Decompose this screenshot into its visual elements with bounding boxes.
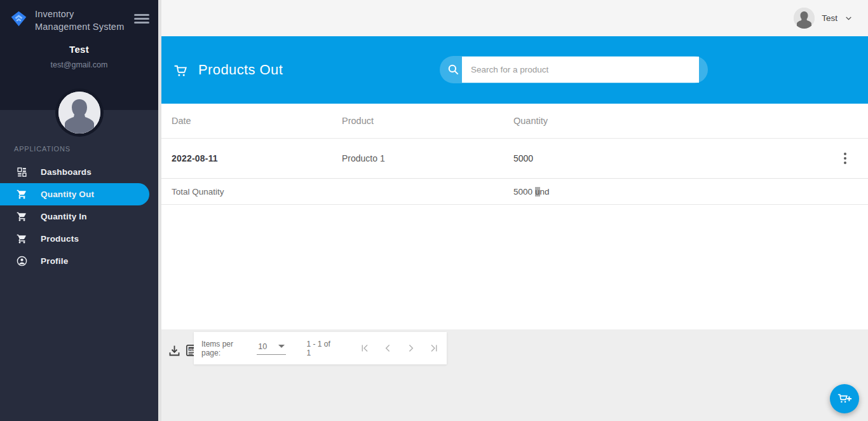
- items-per-page-label: Items per page:: [201, 340, 248, 357]
- sidebar-item-dashboards[interactable]: Dashboards: [0, 161, 149, 183]
- next-page-button[interactable]: [405, 343, 416, 354]
- add-product-out-fab[interactable]: [830, 384, 859, 413]
- cell-date: 2022-08-11: [172, 153, 342, 163]
- items-per-page-select[interactable]: 10: [257, 342, 286, 355]
- sidebar-avatar: [58, 92, 100, 134]
- cart-icon: [17, 189, 27, 200]
- table-row: 2022-08-11 Producto 1 5000: [161, 139, 868, 179]
- products-out-table: Date Product Quantity 2022-08-11 Product…: [161, 104, 868, 329]
- search-input[interactable]: [462, 57, 699, 83]
- app-logo-icon: [10, 10, 27, 27]
- last-page-button[interactable]: [428, 343, 439, 354]
- hamburger-menu-icon[interactable]: [134, 14, 149, 24]
- table-footer-area: PDF Items per page: 10 1 - 1 of 1: [161, 329, 868, 421]
- profile-icon: [17, 256, 27, 266]
- sidebar-item-quantity-in[interactable]: Quantity In: [0, 205, 149, 228]
- sidebar-header: Inventory Management System Test test@gm…: [0, 0, 158, 110]
- sidebar-item-quantity-out[interactable]: Quantity Out: [0, 183, 149, 205]
- column-header-quantity: Quantity: [513, 116, 822, 126]
- sidebar-section-label: APPLICATIONS: [14, 145, 158, 153]
- app-title: Inventory Management System: [35, 8, 130, 33]
- paginator: Items per page: 10 1 - 1 of 1: [194, 332, 447, 364]
- total-value: 5000und: [513, 187, 822, 197]
- sidebar-user-name: Test: [0, 44, 158, 55]
- table-total-row: Total Qunatity 5000und: [161, 179, 868, 205]
- column-header-product: Product: [342, 116, 513, 126]
- sidebar-item-profile[interactable]: Profile: [0, 250, 149, 272]
- main-content: Test Products Out Date Product Quantity: [161, 0, 868, 421]
- download-excel-button[interactable]: [168, 344, 181, 357]
- sidebar-item-products[interactable]: Products: [0, 228, 149, 250]
- page-range-label: 1 - 1 of 1: [306, 340, 333, 357]
- sidebar-user-email: test@gmail.com: [0, 60, 158, 69]
- sidebar: Inventory Management System Test test@gm…: [0, 0, 158, 421]
- sidebar-item-label: Quantity In: [41, 212, 87, 221]
- previous-page-button[interactable]: [383, 343, 393, 354]
- cart-icon: [17, 211, 27, 222]
- table-header-row: Date Product Quantity: [161, 104, 868, 139]
- sidebar-item-label: Profile: [41, 256, 68, 266]
- chevron-down-icon: [844, 14, 853, 22]
- search-bar: [440, 56, 708, 83]
- sidebar-item-label: Dashboards: [41, 167, 92, 177]
- search-icon: [447, 64, 459, 76]
- first-page-button[interactable]: [360, 343, 370, 354]
- sidebar-item-label: Quantity Out: [41, 190, 94, 199]
- cart-icon: [17, 233, 27, 244]
- topbar: Test: [161, 0, 868, 36]
- page-title: Products Out: [173, 62, 283, 78]
- user-menu-label: Test: [822, 13, 837, 23]
- highlighted-char: u: [535, 187, 540, 197]
- cell-product: Producto 1: [342, 153, 513, 163]
- cart-icon: [838, 395, 847, 400]
- cart-icon: [173, 62, 189, 78]
- user-avatar: [794, 8, 815, 29]
- column-header-date: Date: [172, 116, 342, 126]
- chevron-down-icon: [278, 345, 285, 348]
- total-label: Total Qunatity: [172, 187, 342, 197]
- row-actions-kebab-icon[interactable]: [841, 149, 850, 167]
- cell-quantity: 5000: [513, 153, 822, 163]
- sidebar-scrollbar[interactable]: [158, 0, 161, 421]
- user-menu-button[interactable]: Test: [794, 8, 853, 29]
- sidebar-nav: Dashboards Quantity Out Quantity In Prod…: [0, 161, 158, 272]
- sidebar-item-label: Products: [41, 234, 79, 244]
- dashboard-icon: [17, 167, 27, 177]
- page-header-banner: Products Out: [161, 36, 868, 104]
